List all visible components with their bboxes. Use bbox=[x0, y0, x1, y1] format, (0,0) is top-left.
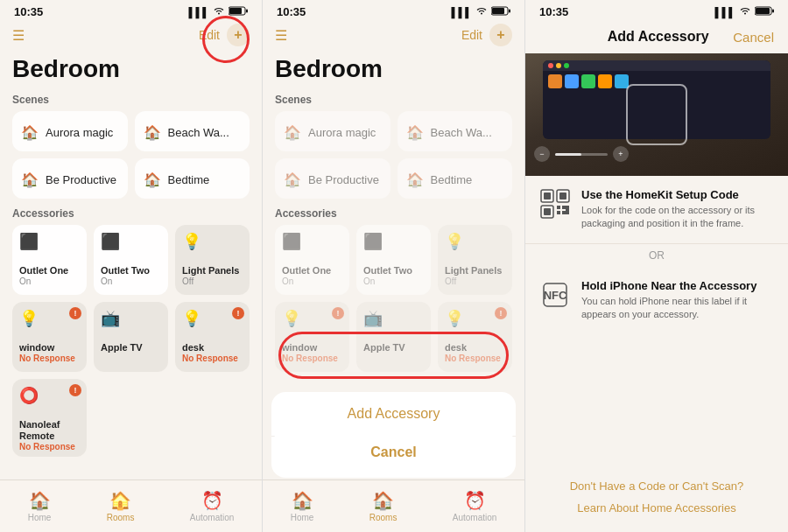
time-3: 10:35 bbox=[539, 5, 568, 18]
scene-card-aurora[interactable]: 🏠 Aurora magic bbox=[12, 111, 128, 151]
acc-name: Outlet Two bbox=[101, 265, 150, 276]
automation-tab-icon: ⏰ bbox=[201, 490, 223, 511]
edit-button-2[interactable]: Edit bbox=[461, 28, 482, 42]
accessory-window[interactable]: 💡 ! window No Response bbox=[12, 302, 87, 372]
add-accessory-btn[interactable]: Add Accessory bbox=[271, 392, 516, 437]
acc-status: On bbox=[19, 276, 31, 286]
acc-name: Nanoleaf Remote bbox=[19, 419, 80, 442]
scene-card-productive[interactable]: 🏠 Be Productive bbox=[12, 158, 128, 199]
scene-card-beach-2[interactable]: 🏠 Beach Wa... bbox=[398, 111, 513, 151]
scene-card-beach[interactable]: 🏠 Beach Wa... bbox=[135, 111, 250, 151]
learn-link[interactable]: Learn About Home Accessories bbox=[577, 501, 735, 514]
outlet-icon: ⬛ bbox=[101, 232, 120, 251]
accessory-outlet-two-2[interactable]: ⬛ Outlet Two On bbox=[356, 225, 431, 295]
accessory-outlet-two[interactable]: ⬛ Outlet Two On bbox=[94, 225, 168, 295]
panel-3: 10:35 ▌▌▌ Add Accessory Cancel bbox=[525, 0, 788, 532]
home-tab-icon: 🏠 bbox=[29, 490, 51, 511]
tab-bar-2: 🏠 Home 🏠 Rooms ⏰ Automation bbox=[263, 480, 524, 532]
scene-card-aurora-2[interactable]: 🏠 Aurora magic bbox=[275, 111, 390, 151]
scene-icon: 🏠 bbox=[144, 124, 161, 141]
tab-rooms-2[interactable]: 🏠 Rooms bbox=[369, 490, 398, 522]
accessories-grid-2: ⬛ Outlet One On ⬛ Outlet Two On 💡 Light … bbox=[263, 225, 524, 377]
accessory-apple-tv[interactable]: 📺 Apple TV bbox=[94, 302, 168, 372]
scenes-grid-1: 🏠 Aurora magic 🏠 Beach Wa... 🏠 Be Produc… bbox=[0, 111, 262, 204]
svg-rect-4 bbox=[492, 8, 504, 14]
scan-frame bbox=[626, 84, 687, 145]
svg-rect-15 bbox=[557, 206, 560, 209]
option-homekit-title: Use the HomeKit Setup Code bbox=[581, 188, 774, 201]
option-homekit-code[interactable]: Use the HomeKit Setup Code Look for the … bbox=[525, 176, 788, 244]
bottom-links: Don't Have a Code or Can't Scan? Learn A… bbox=[525, 480, 788, 514]
scene-card-bedtime-2[interactable]: 🏠 Bedtime bbox=[398, 158, 513, 199]
acc-status: No Response bbox=[445, 354, 501, 363]
acc-status: No Response bbox=[19, 354, 75, 363]
wifi-icon-3 bbox=[739, 7, 751, 18]
accessory-outlet-one[interactable]: ⬛ Outlet One On bbox=[12, 225, 87, 295]
acc-status: No Response bbox=[282, 354, 338, 363]
error-badge: ! bbox=[332, 307, 344, 319]
acc-status: On bbox=[363, 276, 375, 286]
nav-left-1: ☰ bbox=[12, 27, 25, 44]
accessory-window-2[interactable]: 💡 ! window No Response bbox=[275, 302, 349, 372]
accessory-desk-2[interactable]: 💡 ! desk No Response bbox=[438, 302, 512, 372]
svg-rect-10 bbox=[544, 192, 551, 200]
tab-home-1[interactable]: 🏠 Home bbox=[28, 490, 52, 522]
option-nfc-desc: You can hold iPhone near this label if i… bbox=[581, 295, 774, 322]
cancel-btn-2[interactable]: Cancel bbox=[271, 432, 516, 472]
window-icon: 💡 bbox=[282, 309, 301, 328]
tab-home-2[interactable]: 🏠 Home bbox=[291, 490, 314, 522]
light-icon: 💡 bbox=[182, 232, 201, 251]
scene-name: Bedtime bbox=[431, 173, 473, 186]
no-code-link[interactable]: Don't Have a Code or Can't Scan? bbox=[570, 480, 744, 493]
tv-icon: 📺 bbox=[101, 309, 120, 328]
automation-tab-icon-2: ⏰ bbox=[464, 490, 486, 511]
error-badge: ! bbox=[69, 384, 81, 396]
outlet-icon: ⬛ bbox=[363, 232, 383, 251]
room-title-1: Bedroom bbox=[0, 52, 262, 90]
tab-rooms-1[interactable]: 🏠 Rooms bbox=[107, 490, 135, 522]
add-button-1[interactable]: + bbox=[227, 24, 250, 46]
scene-name: Be Productive bbox=[46, 173, 116, 186]
scene-icon: 🏠 bbox=[284, 172, 301, 188]
accessories-label-1: Accessories bbox=[0, 204, 262, 225]
top-nav-2: ☰ Edit + bbox=[263, 20, 524, 52]
scene-icon: 🏠 bbox=[21, 124, 39, 141]
status-icons-3: ▌▌▌ bbox=[715, 6, 774, 18]
battery-icon-1 bbox=[229, 6, 248, 18]
qr-code-icon bbox=[539, 188, 571, 220]
error-badge: ! bbox=[69, 307, 81, 319]
scene-card-bedtime[interactable]: 🏠 Bedtime bbox=[135, 158, 250, 199]
signal-icon-1: ▌▌▌ bbox=[189, 7, 209, 18]
scenes-label-2: Scenes bbox=[263, 90, 524, 111]
accessory-nanoleaf[interactable]: ⭕ ! Nanoleaf Remote No Response bbox=[12, 379, 87, 457]
tab-automation-1[interactable]: ⏰ Automation bbox=[190, 490, 235, 522]
acc-status: No Response bbox=[182, 354, 238, 363]
option-nfc[interactable]: NFC Hold iPhone Near the Accessory You c… bbox=[525, 267, 788, 334]
scene-name: Aurora magic bbox=[308, 126, 376, 139]
menu-icon-1[interactable]: ☰ bbox=[12, 27, 25, 44]
edit-button-1[interactable]: Edit bbox=[199, 28, 220, 42]
accessory-outlet-one-2[interactable]: ⬛ Outlet One On bbox=[275, 225, 349, 295]
add-accessory-title: Add Accessory bbox=[608, 29, 709, 45]
accessory-desk[interactable]: 💡 ! desk No Response bbox=[175, 302, 250, 372]
svg-rect-16 bbox=[562, 206, 566, 209]
scene-name: Aurora magic bbox=[46, 126, 113, 139]
error-badge: ! bbox=[232, 307, 244, 319]
option-nfc-title: Hold iPhone Near the Accessory bbox=[581, 279, 774, 292]
scene-card-productive-2[interactable]: 🏠 Be Productive bbox=[275, 158, 390, 199]
accessory-apple-tv-2[interactable]: 📺 Apple TV bbox=[356, 302, 431, 372]
acc-status: No Response bbox=[19, 442, 75, 452]
tab-automation-2[interactable]: ⏰ Automation bbox=[453, 490, 497, 522]
time-1: 10:35 bbox=[14, 5, 43, 18]
status-bar-1: 10:35 ▌▌▌ bbox=[0, 0, 262, 20]
signal-icon-3: ▌▌▌ bbox=[715, 7, 735, 18]
add-button-2[interactable]: + bbox=[489, 24, 512, 46]
accessory-light-panels-2[interactable]: 💡 Light Panels Off bbox=[438, 225, 512, 295]
menu-icon-2[interactable]: ☰ bbox=[275, 27, 287, 44]
accessory-light-panels[interactable]: 💡 Light Panels Off bbox=[175, 225, 250, 295]
cancel-button-3[interactable]: Cancel bbox=[733, 30, 774, 45]
outlet-icon: ⬛ bbox=[282, 232, 301, 251]
status-bar-2: 10:35 ▌▌▌ bbox=[263, 0, 524, 20]
acc-name: window bbox=[19, 342, 54, 354]
acc-name: Apple TV bbox=[101, 342, 143, 354]
